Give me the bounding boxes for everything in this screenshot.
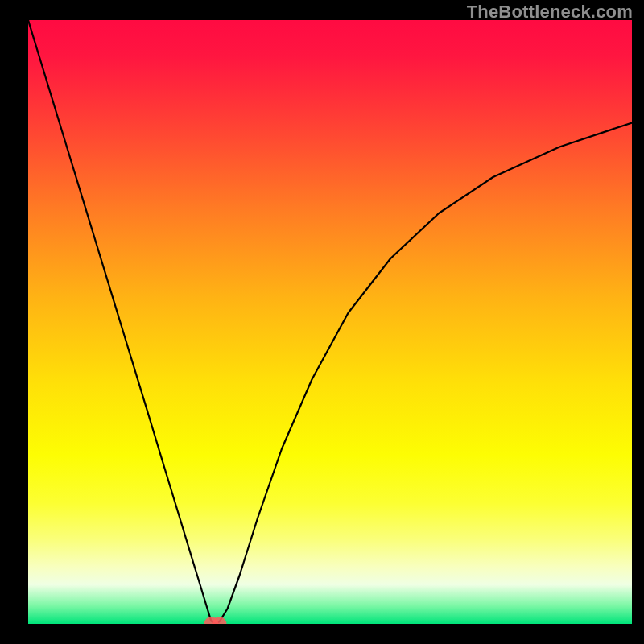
chart-background [28, 20, 632, 624]
chart-frame [28, 20, 632, 624]
bottleneck-chart [28, 20, 632, 624]
watermark-text: TheBottleneck.com [467, 2, 633, 23]
